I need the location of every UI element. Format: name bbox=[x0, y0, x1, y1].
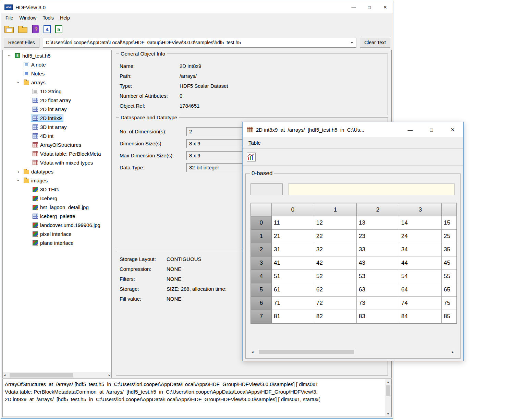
combo-dropdown-icon[interactable] bbox=[351, 42, 353, 44]
chevron-expanded-icon[interactable]: › bbox=[16, 177, 21, 184]
clear-text-button[interactable]: Clear Text bbox=[360, 38, 390, 48]
scroll-right-icon[interactable]: ▸ bbox=[109, 373, 110, 377]
table-cell[interactable]: 31 bbox=[272, 243, 314, 256]
table-cell[interactable]: 81 bbox=[272, 310, 314, 323]
tree-item-hdf5-test-h5[interactable]: ›hdf5_test.h5 bbox=[3, 51, 111, 60]
table-cell[interactable]: 62 bbox=[314, 283, 357, 297]
table-cell[interactable]: 84 bbox=[399, 310, 442, 323]
table-cell[interactable]: 55 bbox=[442, 270, 457, 283]
scroll-right-icon[interactable]: ▸ bbox=[452, 350, 454, 354]
chevron-collapsed-icon[interactable]: › bbox=[15, 169, 22, 174]
row-header[interactable]: 3 bbox=[251, 256, 272, 270]
tree-item-4d-int[interactable]: 4D int bbox=[3, 131, 111, 140]
table-cell[interactable]: 14 bbox=[399, 216, 442, 230]
close-button[interactable]: × bbox=[377, 1, 393, 13]
table-cell[interactable]: 13 bbox=[357, 216, 399, 230]
cell-position-field[interactable] bbox=[250, 183, 283, 195]
column-header[interactable]: 1 bbox=[314, 203, 357, 216]
tree-item-3d-int-array[interactable]: 3D int array bbox=[3, 122, 111, 131]
row-header[interactable]: 7 bbox=[251, 310, 272, 323]
table-cell[interactable]: 34 bbox=[399, 243, 442, 256]
tree-item-arrayofstructures[interactable]: ArrayOfStructures bbox=[3, 140, 111, 149]
row-header[interactable]: 5 bbox=[251, 283, 272, 297]
tree-item-a-note[interactable]: A note bbox=[3, 60, 111, 69]
row-header[interactable]: 1 bbox=[251, 230, 272, 243]
tree-horizontal-scrollbar[interactable]: ◂ ▸ bbox=[3, 372, 111, 378]
table-cell[interactable]: 35 bbox=[442, 243, 457, 256]
table-cell[interactable]: 44 bbox=[399, 256, 442, 270]
table-cell[interactable]: 41 bbox=[272, 256, 314, 270]
table-cell[interactable]: 61 bbox=[272, 283, 314, 297]
menu-file[interactable]: File bbox=[2, 15, 16, 21]
table-cell[interactable]: 43 bbox=[357, 256, 399, 270]
column-header[interactable]: 4 bbox=[442, 203, 457, 216]
chart-icon[interactable] bbox=[247, 153, 256, 161]
row-header[interactable]: 0 bbox=[251, 216, 272, 230]
table-cell[interactable]: 11 bbox=[272, 216, 314, 230]
tree-item-2d-int-array[interactable]: 2D int array bbox=[3, 105, 111, 113]
scrollbar-thumb[interactable] bbox=[386, 385, 390, 396]
help-icon[interactable] bbox=[32, 25, 39, 33]
table-cell[interactable]: 45 bbox=[442, 256, 457, 270]
menu-tools[interactable]: Tools bbox=[39, 15, 57, 21]
tree-item-2d-int8x9[interactable]: 2D int8x9 bbox=[3, 113, 111, 122]
table-cell[interactable]: 22 bbox=[314, 230, 357, 243]
table-cell[interactable]: 32 bbox=[314, 243, 357, 256]
table-cell[interactable]: 73 bbox=[357, 297, 399, 310]
row-header[interactable]: 6 bbox=[251, 297, 272, 310]
table-cell[interactable]: 54 bbox=[399, 270, 442, 283]
tree-item-datatypes[interactable]: ›datatypes bbox=[3, 167, 111, 176]
tree-item-pixel-interlace[interactable]: pixel interlace bbox=[3, 229, 111, 238]
scroll-down-icon[interactable]: ▾ bbox=[385, 412, 391, 416]
close-button[interactable]: × bbox=[442, 122, 463, 137]
row-header[interactable]: 2 bbox=[251, 243, 272, 256]
table-cell[interactable]: 23 bbox=[357, 230, 399, 243]
cell-value-field[interactable] bbox=[288, 183, 455, 195]
tree-item-notes[interactable]: Notes bbox=[3, 69, 111, 78]
close-file-icon[interactable] bbox=[18, 27, 27, 33]
table-cell[interactable]: 85 bbox=[442, 310, 457, 323]
tree-item-plane-interlace[interactable]: plane interlace bbox=[3, 238, 111, 247]
menu-table[interactable]: Table bbox=[245, 140, 264, 146]
maximize-button[interactable]: □ bbox=[421, 122, 442, 137]
scroll-up-icon[interactable]: ▴ bbox=[385, 380, 391, 384]
table-cell[interactable]: 53 bbox=[357, 270, 399, 283]
table-cell[interactable]: 33 bbox=[357, 243, 399, 256]
main-titlebar[interactable]: HDF HDFView 3.0 — □ × bbox=[1, 1, 393, 13]
tree-item-iceberg-palette[interactable]: iceberg_palette bbox=[3, 212, 111, 220]
table-cell[interactable]: 83 bbox=[357, 310, 399, 323]
tree-item-1d-string[interactable]: 1D String bbox=[3, 87, 111, 96]
scroll-left-icon[interactable]: ◂ bbox=[4, 373, 5, 377]
table-cell[interactable]: 52 bbox=[314, 270, 357, 283]
hdf5-file-icon[interactable] bbox=[55, 25, 62, 33]
table-window-titlebar[interactable]: 2D int8x9 at /arrays/ [hdf5_test.h5 in C… bbox=[243, 122, 463, 137]
row-header[interactable]: 4 bbox=[251, 270, 272, 283]
file-path-combobox[interactable]: C:\Users\lori.cooper\AppData\Local\Apps\… bbox=[43, 38, 356, 48]
maximize-button[interactable]: □ bbox=[362, 1, 377, 13]
tree-item-vdata-with-mixed-types[interactable]: Vdata with mixed types bbox=[3, 158, 111, 167]
recent-files-button[interactable]: Recent Files bbox=[4, 38, 39, 48]
chevron-expanded-icon[interactable]: › bbox=[7, 52, 12, 59]
table-cell[interactable]: 25 bbox=[442, 230, 457, 243]
table-corner-cell[interactable] bbox=[251, 203, 272, 216]
tree-item-images[interactable]: ›images bbox=[3, 176, 111, 185]
column-header[interactable]: 0 bbox=[272, 203, 314, 216]
table-cell[interactable]: 24 bbox=[399, 230, 442, 243]
tree-item-vdata-table-perblockmeta[interactable]: Vdata table: PerBlockMeta bbox=[3, 149, 111, 158]
column-header[interactable]: 3 bbox=[399, 203, 442, 216]
scroll-left-icon[interactable]: ◂ bbox=[252, 350, 254, 354]
tree-item-2d-float-array[interactable]: 2D float array bbox=[3, 96, 111, 105]
menu-window[interactable]: Window bbox=[16, 15, 40, 21]
table-cell[interactable]: 75 bbox=[442, 297, 457, 310]
table-horizontal-scrollbar[interactable]: ◂ ▸ bbox=[250, 349, 455, 355]
minimize-button[interactable]: — bbox=[400, 122, 421, 137]
log-vertical-scrollbar[interactable]: ▴ ▾ bbox=[385, 379, 391, 416]
table-cell[interactable]: 72 bbox=[314, 297, 357, 310]
scrollbar-thumb[interactable] bbox=[10, 373, 73, 377]
table-cell[interactable]: 65 bbox=[442, 283, 457, 297]
table-cell[interactable]: 51 bbox=[272, 270, 314, 283]
chevron-expanded-icon[interactable]: › bbox=[16, 79, 21, 86]
status-log-panel[interactable]: ArrayOfStructures at /arrays/ [hdf5_test… bbox=[2, 379, 392, 417]
column-header[interactable]: 2 bbox=[357, 203, 399, 216]
table-cell[interactable]: 42 bbox=[314, 256, 357, 270]
